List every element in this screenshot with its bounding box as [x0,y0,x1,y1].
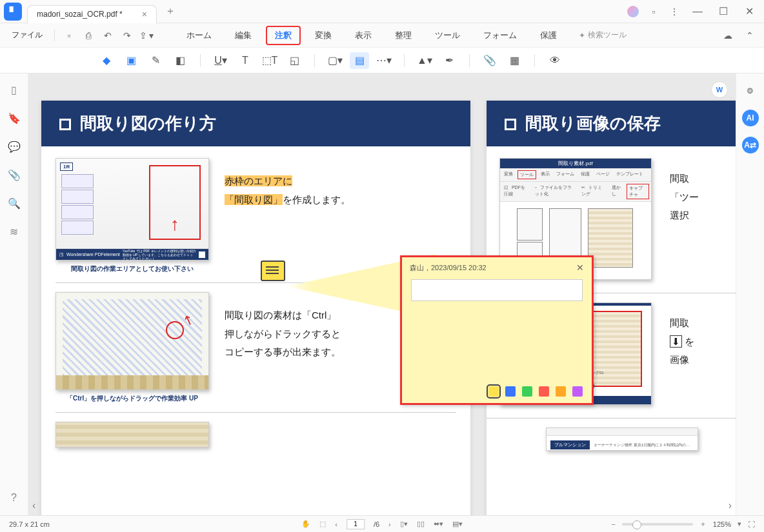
zoom-out-button[interactable]: − [611,520,615,528]
zoom-in-button[interactable]: ＋ [699,519,707,529]
sticky-timestamp: 2023/09/15 20:32 [431,264,487,271]
main-menu: ホーム 編集 注釈 変換 表示 整理 ツール フォーム 保護 [177,26,566,45]
notification-icon[interactable]: ▫ [648,6,659,17]
file-menu[interactable]: ファイル [6,27,48,43]
attachment-icon[interactable]: 📎 [480,52,499,69]
page-total: /6 [374,520,379,528]
save-icon[interactable]: ▫ [61,28,77,43]
share-icon[interactable]: ⇪ ▾ [139,28,154,43]
single-page-icon[interactable]: ▯▾ [400,520,408,528]
stamp-icon[interactable]: ▲▾ [415,52,434,69]
read-mode-icon[interactable]: ▤▾ [452,520,463,528]
chevron-up-icon[interactable]: ⌃ [742,28,758,43]
document-canvas[interactable]: W 間取り図の作り方 1R ↑ ◳Wondershare PDFel [28,74,736,515]
app-logo: ▘ [4,3,22,21]
select-tool-icon[interactable]: ⬚ [319,520,326,528]
maximize-button[interactable]: ☐ [715,3,732,20]
callout-icon[interactable]: ◱ [285,52,304,69]
right-sidebar: ⚙ AI A⇄ [736,74,764,515]
workspace: ▯ 🔖 💬 📎 🔍 ≋ ? W 間取り図の作り方 1R [0,74,764,515]
document-tab[interactable]: madori_sozai_OCR.pdf * × [27,5,157,23]
help-icon[interactable]: ? [7,491,21,505]
zoom-slider[interactable] [622,523,693,526]
menu-home[interactable]: ホーム [177,26,221,45]
thumbnails-icon[interactable]: ▯ [7,83,21,97]
measure-icon[interactable]: ⋯▾ [374,52,394,69]
row1-caption: 間取り図の作業エリアとしてお使い下さい [55,264,209,273]
menu-edit[interactable]: 編集 [226,26,261,45]
menu-forms[interactable]: フォーム [474,26,526,45]
row2-caption: 「Ctrl」を押しながらドラッグで作業効率 UP [55,394,209,403]
menu-view[interactable]: 表示 [346,26,381,45]
row1-thumbnail: 1R ↑ ◳Wondershare PDFelementYouTube では P… [55,158,209,261]
menu-tools[interactable]: ツール [426,26,469,45]
color-red[interactable] [539,386,549,397]
kebab-menu-icon[interactable]: ⋮ [668,6,680,17]
area-highlight-icon[interactable]: ▣ [121,52,141,69]
textbox-icon[interactable]: ⬚T [260,52,279,69]
statusbar: 29.7 x 21 cm ✋ ⬚ ‹ /6 › ▯▾ ▯▯ ⬌▾ ▤▾ − ＋ … [0,515,764,532]
row2-thumbnail: ↘ [55,292,209,390]
color-green[interactable] [522,386,532,397]
form-icon[interactable]: ▦ [505,52,524,69]
bookmarks-icon[interactable]: 🔖 [7,111,21,125]
search-icon[interactable]: 🔍 [7,196,21,210]
two-page-icon[interactable]: ▯▯ [417,520,425,528]
menu-organize[interactable]: 整理 [386,26,421,45]
pencil-icon[interactable]: ✎ [146,52,165,69]
sticky-note-popup[interactable]: 森山， 2023/09/15 20:32 ✕ [400,255,594,405]
eraser-icon[interactable]: ◧ [170,52,190,69]
layers-icon[interactable]: ≋ [7,224,21,239]
redo-icon[interactable]: ↷ [119,28,135,43]
eye-icon[interactable]: 👁 [545,52,565,69]
sparkle-icon: ✦ [579,31,585,40]
close-window-button[interactable]: ✕ [741,3,758,20]
p2-row3-thumbnail: ブルマンションオーナーチェンジ物件 東京1日圏内に２４時間以内の… [546,428,698,451]
fullscreen-icon[interactable]: ⛶ [748,520,755,528]
page1-row2: ↘ 「Ctrl」を押しながらドラッグで作業効率 UP 間取り図の素材は「Ctrl… [55,292,456,413]
cloud-icon[interactable]: ☁ [720,28,736,43]
word-export-badge[interactable]: W [711,81,728,98]
color-purple[interactable] [572,386,583,397]
menu-annotate[interactable]: 注釈 [266,26,301,45]
color-yellow[interactable] [488,386,499,397]
translate-icon[interactable]: A⇄ [742,137,759,153]
fit-width-icon[interactable]: ⬌▾ [434,520,443,528]
note-annotation-icon[interactable] [261,261,285,281]
new-tab-button[interactable]: ＋ [163,5,177,19]
menu-protect[interactable]: 保護 [531,26,566,45]
page1-header: 間取り図の作り方 [41,101,470,146]
scroll-left-button[interactable]: ‹ [32,500,35,511]
sticky-author: 森山， [410,263,431,273]
prev-page-button[interactable]: ‹ [335,520,337,528]
shape-icon[interactable]: ▢▾ [325,52,345,69]
zoom-value: 125% [713,520,731,528]
next-page-button[interactable]: › [388,520,391,528]
hand-tool-icon[interactable]: ✋ [301,520,310,528]
titlebar: ▘ madori_sozai_OCR.pdf * × ＋ ▫ ⋮ — ☐ ✕ [0,0,764,23]
page-number-input[interactable] [347,519,365,529]
underline-icon[interactable]: U▾ [211,52,230,69]
text-icon[interactable]: T [236,52,255,69]
signature-icon[interactable]: ✒ [439,52,459,69]
search-tools[interactable]: ✦ 検索ツール [579,30,627,41]
properties-icon[interactable]: ⚙ [742,83,759,99]
page-dimensions: 29.7 x 21 cm [9,520,50,528]
sticky-text-input[interactable] [411,279,583,301]
user-avatar-icon[interactable] [627,6,639,17]
sticky-note-icon[interactable]: ▤ [350,52,369,69]
sticky-close-button[interactable]: ✕ [576,262,584,273]
color-orange[interactable] [556,386,566,397]
attachments-panel-icon[interactable]: 📎 [7,168,21,182]
comments-icon[interactable]: 💬 [7,139,21,153]
highlighter-icon[interactable]: ◆ [97,52,116,69]
scroll-right-button[interactable]: › [729,500,732,511]
menu-convert[interactable]: 変換 [306,26,341,45]
print-icon[interactable]: ⎙ [81,28,96,43]
sticky-color-picker [488,386,583,397]
close-tab-icon[interactable]: × [142,9,147,19]
undo-icon[interactable]: ↶ [100,28,116,43]
color-blue[interactable] [505,386,516,397]
minimize-button[interactable]: — [689,3,706,20]
ai-icon[interactable]: AI [742,110,759,126]
